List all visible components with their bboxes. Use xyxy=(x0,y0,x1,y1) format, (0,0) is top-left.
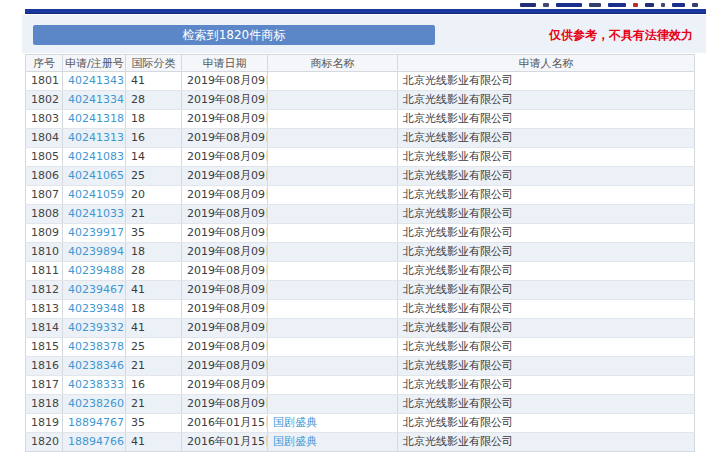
cell-seq: 1807 xyxy=(26,186,63,205)
table-row: 1804 40241313 16 2019年08月09日 北京光线影业有限公司 xyxy=(26,129,695,148)
cell-seq: 1810 xyxy=(26,243,63,262)
cell-intl-class: 14 xyxy=(126,148,182,167)
cell-trademark-name-link xyxy=(268,129,398,148)
cell-seq: 1812 xyxy=(26,281,63,300)
cell-seq: 1816 xyxy=(26,357,63,376)
cell-reg-no-link[interactable]: 40239894 xyxy=(63,243,126,262)
cell-reg-no-link[interactable]: 40241083 xyxy=(63,148,126,167)
cell-applicant-name: 北京光线影业有限公司 xyxy=(398,357,695,376)
nav-fragment xyxy=(589,3,601,7)
table-header-row: 序号 申请/注册号 国际分类 申请日期 商标名称 申请人名称 xyxy=(26,55,695,72)
nav-fragment xyxy=(672,3,685,7)
cell-intl-class: 41 xyxy=(126,72,182,91)
cell-reg-no-link[interactable]: 40241059 xyxy=(63,186,126,205)
cell-reg-no-link[interactable]: 40241065 xyxy=(63,167,126,186)
results-panel: 检索到1820件商标 仅供参考，不具有法律效力 xyxy=(22,15,706,53)
cell-trademark-name-link xyxy=(268,338,398,357)
table-row: 1801 40241343 41 2019年08月09日 北京光线影业有限公司 xyxy=(26,72,695,91)
cell-reg-no-link[interactable]: 40239917 xyxy=(63,224,126,243)
table-row: 1818 40238260 21 2019年08月09日 北京光线影业有限公司 xyxy=(26,395,695,414)
cell-intl-class: 25 xyxy=(126,167,182,186)
cell-trademark-name-link xyxy=(268,110,398,129)
cell-applicant-name: 北京光线影业有限公司 xyxy=(398,319,695,338)
cell-reg-no-link[interactable]: 18894766 xyxy=(63,433,126,452)
cell-apply-date: 2019年08月09日 xyxy=(182,338,268,357)
cell-applicant-name: 北京光线影业有限公司 xyxy=(398,72,695,91)
table-row: 1809 40239917 35 2019年08月09日 北京光线影业有限公司 xyxy=(26,224,695,243)
table-row: 1812 40239467 41 2019年08月09日 北京光线影业有限公司 xyxy=(26,281,695,300)
cell-applicant-name: 北京光线影业有限公司 xyxy=(398,224,695,243)
cell-seq: 1804 xyxy=(26,129,63,148)
cell-intl-class: 20 xyxy=(126,186,182,205)
cell-reg-no-link[interactable]: 40239467 xyxy=(63,281,126,300)
cell-reg-no-link[interactable]: 40238346 xyxy=(63,357,126,376)
table-row: 1807 40241059 20 2019年08月09日 北京光线影业有限公司 xyxy=(26,186,695,205)
cell-applicant-name: 北京光线影业有限公司 xyxy=(398,262,695,281)
cropped-top-nav-fragments xyxy=(520,2,698,8)
cell-seq: 1818 xyxy=(26,395,63,414)
nav-fragment xyxy=(520,3,536,7)
nav-fragment xyxy=(645,3,654,7)
table-row: 1805 40241083 14 2019年08月09日 北京光线影业有限公司 xyxy=(26,148,695,167)
cell-applicant-name: 北京光线影业有限公司 xyxy=(398,338,695,357)
col-header-apply-date: 申请日期 xyxy=(182,55,268,72)
cell-seq: 1813 xyxy=(26,300,63,319)
cell-apply-date: 2019年08月09日 xyxy=(182,243,268,262)
table-row: 1806 40241065 25 2019年08月09日 北京光线影业有限公司 xyxy=(26,167,695,186)
cell-reg-no-link[interactable]: 40239348 xyxy=(63,300,126,319)
cell-reg-no-link[interactable]: 40239332 xyxy=(63,319,126,338)
cell-intl-class: 28 xyxy=(126,91,182,110)
cell-trademark-name-link[interactable]: 国剧盛典 xyxy=(268,414,398,433)
cell-trademark-name-link xyxy=(268,148,398,167)
cell-reg-no-link[interactable]: 40241334 xyxy=(63,91,126,110)
cell-applicant-name: 北京光线影业有限公司 xyxy=(398,243,695,262)
cell-apply-date: 2019年08月09日 xyxy=(182,281,268,300)
cell-seq: 1801 xyxy=(26,72,63,91)
table-row: 1817 40238333 16 2019年08月09日 北京光线影业有限公司 xyxy=(26,376,695,395)
cell-trademark-name-link xyxy=(268,205,398,224)
table-row: 1816 40238346 21 2019年08月09日 北京光线影业有限公司 xyxy=(26,357,695,376)
cell-reg-no-link[interactable]: 40238378 xyxy=(63,338,126,357)
cell-applicant-name: 北京光线影业有限公司 xyxy=(398,300,695,319)
cell-applicant-name: 北京光线影业有限公司 xyxy=(398,376,695,395)
table-row: 1820 18894766 41 2016年01月15日 国剧盛典 北京光线影业… xyxy=(26,433,695,452)
cell-trademark-name-link[interactable]: 国剧盛典 xyxy=(268,433,398,452)
cell-reg-no-link[interactable]: 40238260 xyxy=(63,395,126,414)
cell-applicant-name: 北京光线影业有限公司 xyxy=(398,148,695,167)
cell-trademark-name-link xyxy=(268,91,398,110)
cell-applicant-name: 北京光线影业有限公司 xyxy=(398,186,695,205)
cell-seq: 1809 xyxy=(26,224,63,243)
cell-reg-no-link[interactable]: 40241313 xyxy=(63,129,126,148)
cell-intl-class: 35 xyxy=(126,414,182,433)
cell-trademark-name-link xyxy=(268,357,398,376)
cell-applicant-name: 北京光线影业有限公司 xyxy=(398,205,695,224)
col-header-trademark-name: 商标名称 xyxy=(268,55,398,72)
cell-apply-date: 2016年01月15日 xyxy=(182,433,268,452)
cell-trademark-name-link xyxy=(268,376,398,395)
table-row: 1802 40241334 28 2019年08月09日 北京光线影业有限公司 xyxy=(26,91,695,110)
cell-seq: 1803 xyxy=(26,110,63,129)
cell-intl-class: 16 xyxy=(126,376,182,395)
cell-apply-date: 2019年08月09日 xyxy=(182,129,268,148)
disclaimer-text: 仅供参考，不具有法律效力 xyxy=(549,27,693,44)
nav-fragment xyxy=(556,3,582,7)
cell-applicant-name: 北京光线影业有限公司 xyxy=(398,129,695,148)
cell-reg-no-link[interactable]: 40241343 xyxy=(63,72,126,91)
cell-applicant-name: 北京光线影业有限公司 xyxy=(398,433,695,452)
cell-apply-date: 2019年08月09日 xyxy=(182,376,268,395)
cell-intl-class: 18 xyxy=(126,300,182,319)
cell-intl-class: 25 xyxy=(126,338,182,357)
cell-seq: 1814 xyxy=(26,319,63,338)
cell-apply-date: 2019年08月09日 xyxy=(182,395,268,414)
cell-reg-no-link[interactable]: 40241318 xyxy=(63,110,126,129)
cell-reg-no-link[interactable]: 40238333 xyxy=(63,376,126,395)
nav-fragment xyxy=(661,3,665,7)
cell-reg-no-link[interactable]: 40241033 xyxy=(63,205,126,224)
cell-trademark-name-link xyxy=(268,243,398,262)
cell-apply-date: 2019年08月09日 xyxy=(182,91,268,110)
cell-reg-no-link[interactable]: 40239488 xyxy=(63,262,126,281)
table-row: 1811 40239488 28 2019年08月09日 北京光线影业有限公司 xyxy=(26,262,695,281)
col-header-seq: 序号 xyxy=(26,55,63,72)
col-header-applicant-name: 申请人名称 xyxy=(398,55,695,72)
cell-reg-no-link[interactable]: 18894767 xyxy=(63,414,126,433)
